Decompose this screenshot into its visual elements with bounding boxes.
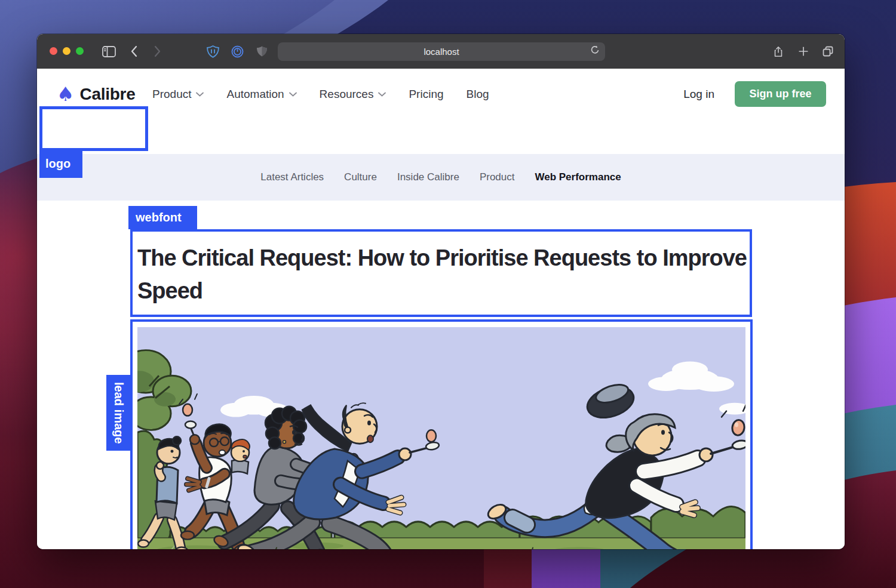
- address-bar[interactable]: localhost: [278, 42, 605, 61]
- site-header: ♠ Calibre Product Automation Resources: [37, 69, 845, 119]
- article-title: The Critical Request: How to Prioritise …: [137, 242, 753, 307]
- logo-wordmark: Calibre: [80, 85, 136, 104]
- desktop: localhost: [0, 0, 896, 588]
- onepassword-icon[interactable]: [229, 44, 245, 59]
- annotation-label-lead-image: lead image: [106, 375, 130, 451]
- chevron-down-icon: [378, 92, 386, 97]
- tab-overview-icon[interactable]: [820, 44, 836, 59]
- traffic-lights: [50, 47, 84, 55]
- blog-nav-culture[interactable]: Culture: [344, 171, 377, 183]
- lead-image-illustration: [137, 327, 745, 549]
- new-tab-icon[interactable]: [796, 44, 811, 59]
- browser-toolbar: localhost: [37, 34, 845, 69]
- blog-nav-web-performance[interactable]: Web Performance: [535, 171, 621, 183]
- back-icon[interactable]: [126, 44, 142, 59]
- annotation-label-webfont: webfont: [128, 206, 197, 229]
- nav-item-resources[interactable]: Resources: [320, 88, 386, 101]
- share-icon[interactable]: [771, 44, 786, 59]
- nav-item-automation[interactable]: Automation: [226, 88, 296, 101]
- spade-logo-icon: ♠: [57, 84, 75, 104]
- browser-window: localhost: [37, 34, 845, 549]
- nav-item-pricing[interactable]: Pricing: [409, 88, 443, 101]
- web-page: ♠ Calibre Product Automation Resources: [37, 69, 845, 549]
- sidebar-toggle-icon[interactable]: [101, 44, 116, 59]
- extension-shield-icon[interactable]: [254, 44, 269, 59]
- close-button[interactable]: [50, 47, 57, 55]
- signup-button[interactable]: Sign up free: [735, 81, 826, 107]
- minimize-button[interactable]: [63, 47, 70, 55]
- site-logo[interactable]: ♠ Calibre: [57, 69, 135, 119]
- content-blocker-shield-icon[interactable]: [205, 44, 220, 59]
- blog-nav: Latest Articles Culture Inside Calibre P…: [37, 154, 845, 201]
- chevron-down-icon: [289, 92, 297, 97]
- nav-item-blog[interactable]: Blog: [467, 88, 489, 101]
- blog-nav-product[interactable]: Product: [480, 171, 515, 183]
- blog-nav-inside-calibre[interactable]: Inside Calibre: [397, 171, 459, 183]
- main-nav: Product Automation Resources Pricing: [152, 69, 489, 119]
- blog-nav-latest-articles[interactable]: Latest Articles: [260, 171, 324, 183]
- login-link[interactable]: Log in: [683, 88, 714, 101]
- forward-icon[interactable]: [150, 44, 165, 59]
- header-actions: Log in Sign up free: [683, 69, 826, 119]
- url-text: localhost: [424, 47, 459, 57]
- zoom-button[interactable]: [76, 47, 84, 55]
- reload-icon[interactable]: [590, 45, 600, 57]
- chevron-down-icon: [196, 92, 204, 97]
- nav-item-product[interactable]: Product: [152, 88, 204, 101]
